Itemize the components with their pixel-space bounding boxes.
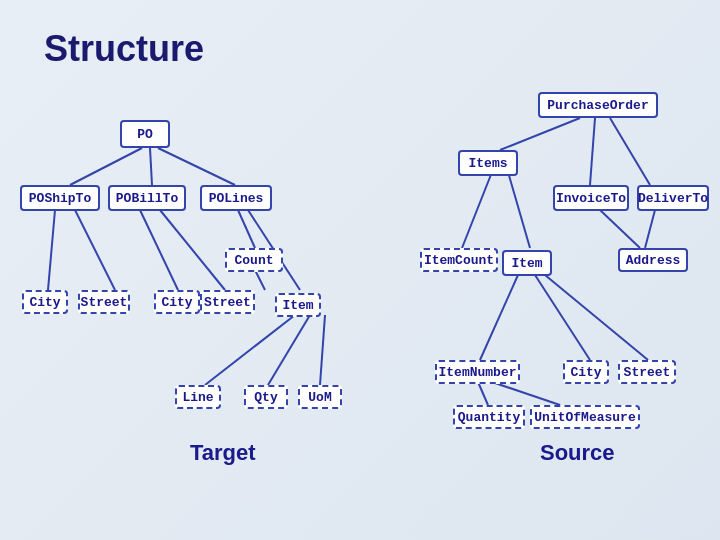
node-city-2: City xyxy=(154,290,200,314)
svg-line-16 xyxy=(462,172,492,248)
node-uom: UoM xyxy=(298,385,342,409)
page-title: Structure xyxy=(44,28,204,70)
svg-line-24 xyxy=(600,210,640,248)
svg-line-17 xyxy=(508,172,530,248)
svg-line-7 xyxy=(238,210,255,248)
svg-line-23 xyxy=(492,382,560,405)
target-label: Target xyxy=(190,440,256,466)
node-items: Items xyxy=(458,150,518,176)
svg-line-19 xyxy=(480,275,518,360)
source-label: Source xyxy=(540,440,615,466)
node-poshipto: POShipTo xyxy=(20,185,100,211)
node-polines: POLines xyxy=(200,185,272,211)
svg-line-14 xyxy=(590,118,595,185)
svg-line-22 xyxy=(478,382,488,405)
node-unitofmeasure: UnitOfMeasure xyxy=(530,405,640,429)
node-quantity: Quantity xyxy=(453,405,525,429)
node-item-left: Item xyxy=(275,293,321,317)
svg-line-1 xyxy=(150,148,152,185)
node-address: Address xyxy=(618,248,688,272)
node-street-right: Street xyxy=(618,360,676,384)
svg-line-12 xyxy=(320,315,325,385)
svg-line-0 xyxy=(70,148,142,185)
svg-line-5 xyxy=(140,210,178,290)
svg-line-4 xyxy=(75,210,115,290)
node-street-2: Street xyxy=(200,290,255,314)
svg-line-21 xyxy=(545,275,648,360)
svg-line-10 xyxy=(205,315,295,385)
node-deliverto: DeliverTo xyxy=(637,185,709,211)
svg-line-20 xyxy=(535,275,590,360)
node-qty: Qty xyxy=(244,385,288,409)
node-invoiceto: InvoiceTo xyxy=(553,185,629,211)
node-purchaseorder: PurchaseOrder xyxy=(538,92,658,118)
svg-line-18 xyxy=(645,210,655,248)
node-pobillto: POBillTo xyxy=(108,185,186,211)
node-item-right: Item xyxy=(502,250,552,276)
svg-line-11 xyxy=(268,315,310,385)
node-city-right: City xyxy=(563,360,609,384)
node-count: Count xyxy=(225,248,283,272)
svg-line-3 xyxy=(48,210,55,290)
node-itemnumber: ItemNumber xyxy=(435,360,520,384)
node-street-1: Street xyxy=(78,290,130,314)
svg-line-6 xyxy=(160,210,225,290)
svg-line-9 xyxy=(255,270,265,290)
node-city-1: City xyxy=(22,290,68,314)
svg-line-2 xyxy=(158,148,235,185)
page: Structure xyxy=(0,0,720,540)
svg-line-13 xyxy=(500,118,580,150)
node-itemcount: ItemCount xyxy=(420,248,498,272)
node-line: Line xyxy=(175,385,221,409)
svg-line-15 xyxy=(610,118,650,185)
node-po: PO xyxy=(120,120,170,148)
